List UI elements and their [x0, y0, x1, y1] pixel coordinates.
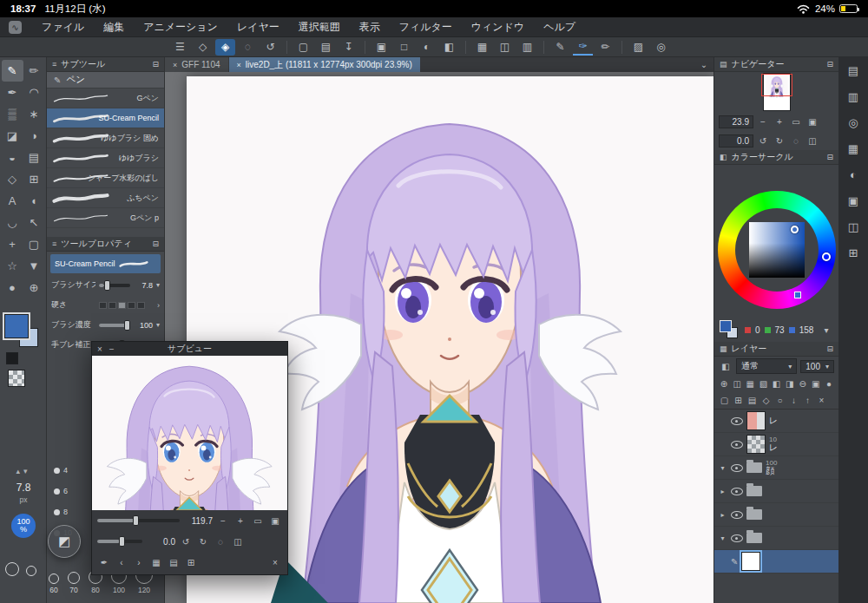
menu-edit[interactable]: 編集	[94, 17, 134, 36]
pencil-tool-icon[interactable]: ✏	[23, 60, 45, 82]
brush-size-value[interactable]: 7.8	[134, 281, 153, 290]
size-dropdown-icon[interactable]: ▾	[156, 281, 160, 289]
expand-icon[interactable]: ▸	[718, 511, 727, 519]
eyedropper-tool-icon[interactable]: ▼	[23, 255, 45, 277]
menu-window[interactable]: ウィンドウ	[462, 17, 534, 36]
size-preset-70[interactable]: 70	[68, 572, 80, 594]
panel-icon[interactable]: ▤	[720, 60, 727, 69]
zoom-in-icon[interactable]: +	[773, 115, 786, 128]
eraser-tool-icon[interactable]: ◪	[2, 125, 23, 147]
flip-horizontal-icon[interactable]: ◫	[806, 134, 819, 147]
actual-size-icon[interactable]: ▣	[268, 515, 282, 528]
canvas-tab-active[interactable]: × live2D_上 (11811 x 12774px 300dpi 23.9%…	[229, 57, 420, 72]
close-icon[interactable]: ×	[97, 344, 102, 354]
layer-folder-row[interactable]: ▾	[714, 527, 838, 550]
brush-item-selected[interactable]: SU-Cream Pencil	[47, 108, 164, 128]
text-tool-icon[interactable]: A	[2, 190, 23, 212]
correct-line-tool-icon[interactable]: ◡	[2, 212, 23, 233]
brush-item[interactable]: ゆゆブラシ	[47, 148, 164, 168]
hardness-expand-icon[interactable]: ›	[157, 301, 160, 310]
operation-tool-icon[interactable]: ↖	[23, 212, 45, 233]
snap-icon[interactable]: ◈	[215, 39, 235, 56]
blend-mode-select[interactable]: 通常 ▾	[736, 358, 797, 374]
deselect-icon[interactable]: □	[394, 39, 414, 56]
layer-op-icon[interactable]: ▦	[744, 377, 756, 390]
brush-item[interactable]: シャープ水彩のばし	[47, 168, 164, 188]
layer-opacity[interactable]: 100 ▾	[800, 360, 834, 373]
blend-tool-icon[interactable]: ◑	[23, 125, 45, 147]
remove-image-icon[interactable]: ×	[268, 556, 282, 569]
collapse-icon[interactable]: ⊟	[826, 153, 833, 161]
next-image-icon[interactable]: ›	[132, 556, 146, 569]
actual-size-icon[interactable]: ▣	[806, 115, 819, 128]
merge-down-icon[interactable]: ↓	[787, 394, 800, 407]
panel-icon[interactable]: ▦	[720, 344, 727, 353]
transparent-color-swatch[interactable]	[8, 370, 25, 387]
history-panel-icon[interactable]: ⊞	[845, 245, 862, 260]
brush-item[interactable]: ゆゆブラシ 固め	[47, 128, 164, 148]
rotate-cw-icon[interactable]: ↻	[773, 134, 786, 147]
layer-folder-row[interactable]: ▸	[714, 503, 838, 527]
brush-tool-icon[interactable]: ◠	[23, 82, 45, 103]
image-list-icon[interactable]: ▦	[149, 556, 163, 569]
size-preset[interactable]: 4	[54, 466, 68, 475]
subview-rotate-slider[interactable]	[97, 540, 142, 543]
layer-op-icon[interactable]: ▧	[757, 377, 769, 390]
current-subtool[interactable]: SU-Cream Pencil	[50, 254, 161, 273]
size-preset[interactable]: 6	[54, 487, 68, 495]
sv-marker[interactable]	[791, 226, 799, 233]
main-color-swatch[interactable]	[4, 314, 29, 338]
expand-icon[interactable]: ▾	[718, 464, 727, 472]
layer-op-icon[interactable]: ○	[773, 394, 786, 407]
material-icon[interactable]: ▨	[628, 39, 648, 56]
density-slider[interactable]	[99, 324, 130, 327]
brush-dot-large[interactable]	[5, 562, 19, 576]
lasso-icon[interactable]: ◌	[238, 39, 258, 56]
expand-icon[interactable]: ▾	[718, 534, 727, 542]
density-value[interactable]: 100	[134, 321, 153, 330]
visibility-icon[interactable]	[731, 511, 743, 519]
layer-folder-row[interactable]: ▸	[714, 480, 838, 503]
zoom-out-icon[interactable]: −	[756, 115, 770, 128]
rotate-ccw-icon[interactable]: ↺	[756, 134, 770, 147]
size-stepper[interactable]: ▴▾	[0, 467, 47, 475]
subview-panel-icon[interactable]: ▦	[845, 141, 862, 156]
minimize-icon[interactable]: −	[109, 344, 115, 354]
rotate-ccw-icon[interactable]: ↺	[179, 535, 193, 548]
collapse-icon[interactable]: ⊟	[152, 60, 159, 69]
select-all-icon[interactable]: ▣	[372, 39, 391, 56]
visibility-icon[interactable]	[731, 488, 743, 495]
layer-op-icon[interactable]: ▣	[810, 377, 822, 390]
zoom-tool-icon[interactable]: ⊕	[23, 277, 45, 298]
panel-icon[interactable]: ≡	[52, 239, 56, 248]
fit-icon[interactable]: ▭	[251, 515, 265, 528]
transfer-icon[interactable]: ↑	[801, 394, 814, 407]
canvas-tab-inactive[interactable]: × GFF 1104	[165, 57, 228, 72]
size-preset-60[interactable]: 60	[49, 574, 59, 594]
zoom-in-icon[interactable]: +	[233, 515, 247, 528]
collapse-icon[interactable]: ⊟	[152, 239, 159, 248]
hue-marker[interactable]	[822, 252, 831, 261]
zoom-readout[interactable]: 100%	[11, 514, 36, 538]
subtool-group-tab[interactable]: ✎ ペン	[47, 72, 164, 88]
brush-mode-icon[interactable]: ✑	[573, 39, 593, 56]
navigator-view-rect[interactable]	[761, 74, 792, 96]
open-image-icon[interactable]: ▤	[167, 556, 181, 569]
info-icon[interactable]: ◎	[651, 39, 671, 56]
black-color-swatch[interactable]	[6, 352, 18, 364]
layer-thumbnail[interactable]	[746, 435, 766, 454]
flip-horizontal-icon[interactable]: ◫	[231, 535, 245, 548]
subview-rotation-value[interactable]: 0.0	[146, 537, 175, 547]
layer-op-icon[interactable]: ◧	[770, 377, 782, 390]
layer-row-selected[interactable]: ✎	[714, 550, 838, 574]
layer-folder-row[interactable]: ▾ 100顔	[714, 456, 838, 480]
reset-rotation-icon[interactable]: ◌	[789, 134, 803, 147]
auto-select-tool-icon[interactable]: ☆	[2, 255, 23, 277]
eyedropper-icon[interactable]: ✒	[97, 556, 111, 569]
layer-op-icon[interactable]: ◇	[760, 394, 773, 407]
new-layer-icon[interactable]: ▢	[718, 394, 731, 407]
color-wheel-panel-icon[interactable]: ◐	[845, 167, 862, 182]
zoom-out-icon[interactable]: −	[216, 515, 230, 528]
brush-item[interactable]: Gペン	[47, 88, 164, 108]
fill-tool-icon[interactable]: ◒	[2, 147, 23, 168]
